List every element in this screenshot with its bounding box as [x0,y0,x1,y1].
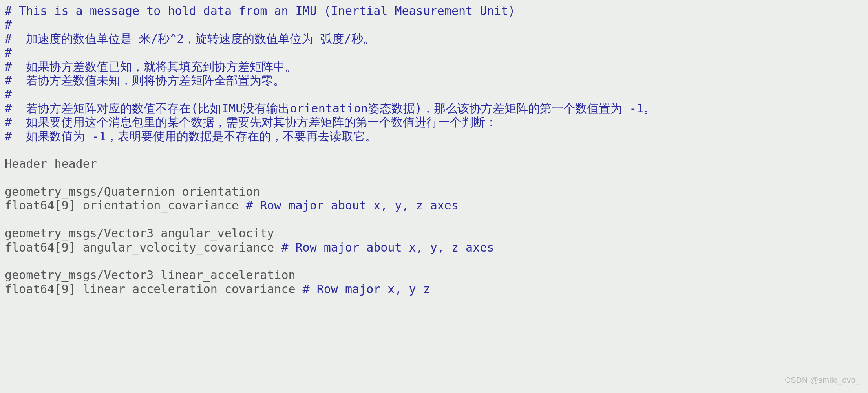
code-line: # 若协方差数值未知，则将协方差矩阵全部置为零。 [5,73,863,87]
code-text [5,213,12,226]
code-text: geometry_msgs/Quaternion orientation [5,185,260,198]
comment-text: # Row major x, y z [303,282,430,296]
code-text: float64[9] angular_velocity_covariance [5,241,281,254]
code-line: float64[9] linear_acceleration_covarianc… [5,282,863,296]
code-line: # This is a message to hold data from an… [5,4,863,18]
code-text: Header header [5,157,97,171]
watermark-text: CSDN @smile_ovo_ [785,376,860,385]
code-line: # 若协方差矩阵对应的数值不存在(比如IMU没有输出orientation姿态数… [5,101,863,115]
code-line: # 加速度的数值单位是 米/秒^2，旋转速度的数值单位为 弧度/秒。 [5,32,863,46]
code-text [5,143,12,157]
code-line: float64[9] orientation_covariance # Row … [5,198,863,212]
code-text: float64[9] linear_acceleration_covarianc… [5,282,303,296]
code-line [5,213,863,226]
comment-text: # Row major about x, y, z axes [246,198,459,212]
code-text [5,171,12,185]
code-line: # [5,18,863,31]
code-line: # 如果要使用这个消息包里的某个数据，需要先对其协方差矩阵的第一个数值进行一个判… [5,115,863,129]
code-text: geometry_msgs/Vector3 angular_velocity [5,226,274,240]
code-line [5,254,863,268]
code-text [5,254,12,268]
code-line: geometry_msgs/Quaternion orientation [5,185,863,198]
code-line [5,143,863,157]
comment-text: # 若协方差数值未知，则将协方差矩阵全部置为零。 [5,73,285,87]
code-line: geometry_msgs/Vector3 linear_acceleratio… [5,268,863,282]
code-line: # [5,87,863,101]
code-line [5,171,863,185]
comment-text: # 如果数值为 -1，表明要使用的数据是不存在的，不要再去读取它。 [5,129,377,143]
code-text: float64[9] orientation_covariance [5,198,246,212]
code-line: geometry_msgs/Vector3 angular_velocity [5,226,863,240]
comment-text: # 如果协方差数值已知，就将其填充到协方差矩阵中。 [5,60,297,73]
comment-text: # 如果要使用这个消息包里的某个数据，需要先对其协方差矩阵的第一个数值进行一个判… [5,115,497,129]
code-line: float64[9] angular_velocity_covariance #… [5,241,863,254]
code-line: # 如果协方差数值已知，就将其填充到协方差矩阵中。 [5,60,863,73]
code-text: geometry_msgs/Vector3 linear_acceleratio… [5,268,296,282]
comment-text: # This is a message to hold data from an… [5,4,515,18]
code-line: # 如果数值为 -1，表明要使用的数据是不存在的，不要再去读取它。 [5,129,863,143]
code-line: # [5,46,863,59]
code-block: # This is a message to hold data from an… [0,0,868,300]
code-line: Header header [5,157,863,171]
comment-text: # 加速度的数值单位是 米/秒^2，旋转速度的数值单位为 弧度/秒。 [5,32,375,46]
comment-text: # Row major about x, y, z axes [281,241,494,254]
comment-text: # [5,46,12,59]
comment-text: # [5,18,12,31]
comment-text: # [5,87,12,101]
comment-text: # 若协方差矩阵对应的数值不存在(比如IMU没有输出orientation姿态数… [5,101,655,115]
